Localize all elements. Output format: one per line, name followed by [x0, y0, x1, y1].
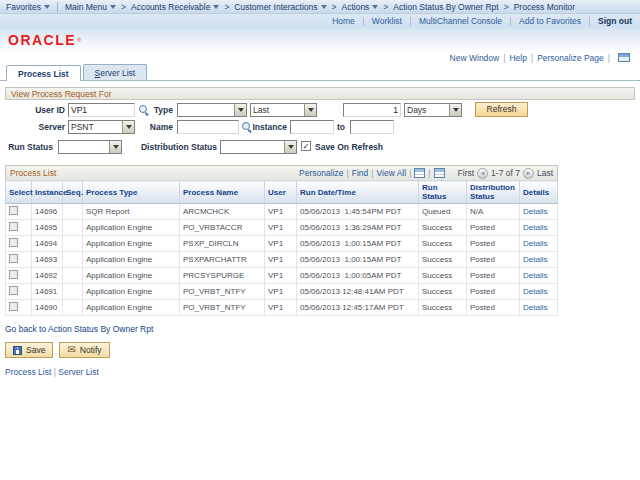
cell-select — [6, 252, 32, 268]
distribution-status-select[interactable] — [220, 140, 297, 154]
personalize-link[interactable]: Personalize — [299, 168, 343, 178]
cell-process_name: PRCSYSPURGE — [180, 268, 265, 284]
cell-distribution_status: Posted — [467, 252, 520, 268]
days-unit-select-value: Days — [405, 104, 449, 116]
details-link[interactable]: Details — [523, 271, 547, 280]
column-header-run_datetime[interactable]: Run Date/Time — [297, 181, 419, 204]
cell-seq — [63, 220, 83, 236]
bottom-link-process-list[interactable]: Process List — [5, 367, 51, 377]
previous-page-button[interactable]: ◄ — [477, 168, 488, 179]
type-select[interactable] — [177, 103, 247, 117]
find-link[interactable]: Find — [352, 168, 369, 178]
portal-link-multichannel-console[interactable]: MultiChannel Console — [419, 16, 502, 26]
column-header-instance[interactable]: Instance — [32, 181, 63, 204]
details-link[interactable]: Details — [523, 223, 547, 232]
name-input[interactable] — [177, 120, 239, 134]
days-count-input[interactable] — [343, 103, 401, 117]
breadcrumb-item[interactable]: Process Monitor — [514, 2, 575, 12]
favorites-menu[interactable]: Favorites — [6, 2, 50, 12]
oracle-logo: ORACLE — [8, 32, 76, 48]
cell-run_datetime: 05/06/2013 1:45:54PM PDT — [297, 204, 419, 220]
util-link-personalize-page[interactable]: Personalize Page — [537, 53, 604, 63]
cell-user: VP1 — [265, 252, 297, 268]
column-header-run_status[interactable]: Run Status — [419, 181, 467, 204]
portal-link-worklist[interactable]: Worklist — [372, 16, 402, 26]
save-on-refresh-checkbox[interactable]: ✓ — [301, 141, 311, 151]
breadcrumb-item[interactable]: Customer Interactions — [234, 2, 326, 12]
column-header-distribution_status[interactable]: Distribution Status — [467, 181, 520, 204]
run-status-select[interactable] — [58, 140, 122, 154]
details-link[interactable]: Details — [523, 287, 547, 296]
cell-instance: 14695 — [32, 220, 63, 236]
bottom-link-server-list[interactable]: Server List — [58, 367, 99, 377]
column-header-select[interactable]: Select — [6, 181, 32, 204]
cell-run_status: Success — [419, 220, 467, 236]
row-select-checkbox[interactable] — [9, 286, 18, 295]
next-page-button[interactable]: ► — [523, 168, 534, 179]
column-header-details[interactable]: Details — [520, 181, 558, 204]
breadcrumb-separator: > — [332, 2, 337, 12]
pager-last-label[interactable]: Last — [537, 168, 553, 178]
cell-run_datetime: 05/06/2013 1:00:15AM PDT — [297, 252, 419, 268]
cell-seq — [63, 284, 83, 300]
breadcrumb-item[interactable]: Actions — [341, 2, 378, 12]
column-header-process_type[interactable]: Process Type — [83, 181, 180, 204]
cell-process_type: Application Engine — [83, 284, 180, 300]
portal-link-home[interactable]: Home — [332, 16, 355, 26]
breadcrumb-item-label: Customer Interactions — [234, 2, 317, 12]
portal-link-add-to-favorites[interactable]: Add to Favorites — [519, 16, 581, 26]
row-select-checkbox[interactable] — [9, 238, 18, 247]
view-all-link[interactable]: View All — [377, 168, 407, 178]
divider — [589, 17, 590, 26]
instance-to-input[interactable] — [350, 120, 394, 134]
cell-process_name: PO_VRBT_NTFY — [180, 300, 265, 316]
details-link[interactable]: Details — [523, 239, 547, 248]
row-select-checkbox[interactable] — [9, 222, 18, 231]
row-select-checkbox[interactable] — [9, 302, 18, 311]
cell-select — [6, 268, 32, 284]
notify-button[interactable]: ✉ Notify — [59, 342, 109, 358]
cell-run_status: Success — [419, 284, 467, 300]
save-disk-icon — [13, 346, 22, 355]
column-header-process_name[interactable]: Process Name — [180, 181, 265, 204]
notify-button-label: Notify — [80, 345, 102, 355]
download-icon[interactable] — [414, 168, 425, 178]
breadcrumb-item[interactable]: Main Menu — [65, 2, 116, 12]
breadcrumb-item[interactable]: Action Status By Owner Rpt — [393, 2, 498, 12]
save-button[interactable]: Save — [5, 342, 53, 358]
details-link[interactable]: Details — [523, 303, 547, 312]
last-range-select[interactable]: Last — [250, 103, 317, 117]
column-header-user[interactable]: User — [265, 181, 297, 204]
column-header-seq[interactable]: Seq. — [63, 181, 83, 204]
row-select-checkbox[interactable] — [9, 206, 18, 215]
details-link[interactable]: Details — [523, 255, 547, 264]
tab-server-list[interactable]: Server List — [83, 64, 148, 80]
process-list-grid: Process List Personalize| Find| View All… — [5, 165, 558, 316]
type-label: Type — [115, 103, 173, 117]
breadcrumb-item[interactable]: Accounts Receivable — [131, 2, 219, 12]
cell-select — [6, 300, 32, 316]
row-select-checkbox[interactable] — [9, 270, 18, 279]
refresh-button[interactable]: Refresh — [475, 102, 528, 117]
type-select-value — [178, 104, 234, 116]
last-range-select-value: Last — [251, 104, 304, 116]
portal-link-sign-out[interactable]: Sign out — [598, 16, 632, 26]
dropdown-arrow-icon — [449, 104, 461, 116]
util-link-help[interactable]: Help — [509, 53, 526, 63]
cell-seq — [63, 236, 83, 252]
cell-user: VP1 — [265, 204, 297, 220]
pager-first-label[interactable]: First — [458, 168, 475, 178]
cell-distribution_status: N/A — [467, 204, 520, 220]
zoom-grid-icon[interactable] — [434, 168, 445, 178]
go-back-link[interactable]: Go back to Action Status By Owner Rpt — [5, 324, 153, 334]
cell-select — [6, 204, 32, 220]
instance-input[interactable] — [290, 120, 334, 134]
tab-process-list[interactable]: Process List — [6, 65, 81, 81]
window-layout-icon[interactable] — [618, 53, 630, 62]
cell-run_status: Success — [419, 236, 467, 252]
days-unit-select[interactable]: Days — [404, 103, 462, 117]
util-link-new-window[interactable]: New Window — [450, 53, 500, 63]
table-row: 14692Application EnginePRCSYSPURGEVP105/… — [6, 268, 558, 284]
details-link[interactable]: Details — [523, 207, 547, 216]
row-select-checkbox[interactable] — [9, 254, 18, 263]
